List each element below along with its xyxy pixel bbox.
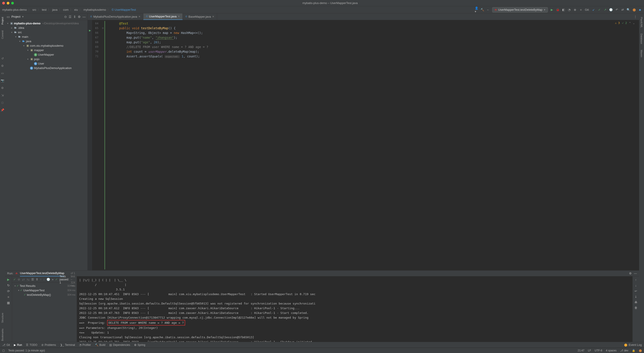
translate-icon[interactable]: ⇄ xyxy=(621,8,624,12)
code-line[interactable]: 65⊟ public void testDeleteByMap() { xyxy=(92,26,639,30)
zoom-window-button[interactable] xyxy=(11,2,14,4)
plantuml-tab[interactable]: PlantUML xyxy=(640,16,643,28)
bottom-tab-git[interactable]: ⎇Git xyxy=(2,344,10,347)
breadcrumb-item[interactable]: src xyxy=(32,8,36,11)
git-history-icon[interactable]: 🕓 xyxy=(609,8,613,12)
code-line[interactable]: 64 @Test xyxy=(92,21,639,26)
test-row[interactable]: ✓testDeleteByMap()324 ms xyxy=(12,293,77,297)
code-line[interactable]: 70 int count = userMapper.deleteByMap(ma… xyxy=(92,49,639,54)
left-icon-0[interactable]: ↺ xyxy=(1,57,4,60)
toggle-auto-test-icon[interactable]: ⟳ xyxy=(7,289,10,293)
stop-icon[interactable]: ■ xyxy=(579,8,583,12)
profile-icon[interactable]: ◔ xyxy=(568,8,571,12)
copilot-icon[interactable]: ⬤ xyxy=(639,349,642,352)
expand-icon[interactable]: ☰ xyxy=(31,278,34,281)
project-settings-icon[interactable]: ⚙ xyxy=(78,15,81,18)
show-ignored-icon[interactable]: ⊘ xyxy=(18,278,20,281)
debug-icon[interactable]: 🐞 xyxy=(556,8,560,12)
breadcrumb-item[interactable]: mybatisplusdemo xyxy=(84,8,106,11)
git-push-icon[interactable]: ↗ xyxy=(603,8,607,12)
breadcrumb-item[interactable]: test xyxy=(42,8,46,11)
left-icon-5[interactable]: ⇲ xyxy=(1,94,4,97)
run-icon[interactable]: ▶ xyxy=(550,8,554,12)
tree-row[interactable]: ▾▣com.xiu.mybatisplusdemo xyxy=(5,43,88,48)
git-rollback-icon[interactable]: ↶ xyxy=(615,8,618,12)
inspection-next-icon[interactable]: ⌄ xyxy=(633,21,634,24)
tree-root[interactable]: ▾▣mybatis-plus-demo~/Desktop/development… xyxy=(5,21,88,25)
soft-wrap-icon[interactable]: ↩ xyxy=(634,289,637,293)
next-test-icon[interactable]: ↓ xyxy=(44,278,45,281)
git-branch[interactable]: ⎇ dev xyxy=(620,349,628,352)
breadcrumb-item[interactable]: java xyxy=(52,8,58,11)
tree-row[interactable]: CMybatisPlusDemoApplication xyxy=(5,66,88,70)
project-tree[interactable]: ▾▣mybatis-plus-demo~/Desktop/development… xyxy=(5,20,88,270)
sort-duration-icon[interactable]: ↑↓ xyxy=(26,278,30,281)
test-more-icon[interactable]: » xyxy=(52,278,54,281)
left-icon-7[interactable]: 📌 xyxy=(1,108,4,112)
run-hide-icon[interactable]: — xyxy=(634,272,637,275)
prev-test-icon[interactable]: ↑ xyxy=(40,278,42,281)
breadcrumb-target[interactable]: © UserMapperTest xyxy=(112,8,136,11)
git-commit-icon[interactable]: ✓ xyxy=(598,8,601,12)
left-icon-6[interactable]: □ xyxy=(2,101,3,104)
left-icon-4[interactable]: ⚙ xyxy=(1,86,4,90)
build-icon[interactable] xyxy=(480,8,484,12)
editor-tab[interactable]: ©BaseMapper.java✕ xyxy=(183,13,217,20)
attach-icon[interactable]: ⊕ xyxy=(573,8,577,12)
bottom-tab-terminal[interactable]: ❯_Terminal xyxy=(60,344,75,347)
event-log-button[interactable]: ⬤ Event Log xyxy=(624,343,642,347)
run-stop-icon[interactable]: ■ xyxy=(8,295,9,299)
left-icon-3[interactable]: 📷 xyxy=(1,79,4,82)
commit-tab[interactable]: Commit xyxy=(1,29,4,40)
tree-row[interactable]: ▾🖿main xyxy=(5,34,88,39)
editor-content[interactable]: ⚠ 3 ✓ 2 ⌃ ⌄ 64 @Test65⊟ public void test… xyxy=(92,20,639,270)
toolwindow-quick-access-icon[interactable]: ▢ xyxy=(2,349,5,352)
scroll-to-end-icon[interactable]: ⤓ xyxy=(634,295,637,298)
tree-row[interactable]: ▾▣mapper xyxy=(5,48,88,52)
tree-row[interactable]: IUserMapper xyxy=(5,52,88,57)
close-tab-icon[interactable]: ✕ xyxy=(138,15,140,18)
bottom-tab-todo[interactable]: ☰TODO xyxy=(26,344,37,347)
bottom-tab-run[interactable]: ▶Run xyxy=(14,344,22,347)
run-settings-icon[interactable]: ⚙ xyxy=(629,272,632,275)
close-tab-icon[interactable]: ✕ xyxy=(178,15,180,18)
bottom-tab-profiler[interactable]: ◔Profiler xyxy=(79,344,91,347)
hide-icon[interactable]: — xyxy=(82,15,86,18)
collapse-all-icon[interactable]: ⇕ xyxy=(73,15,76,18)
git-update-icon[interactable]: ↙ xyxy=(592,8,595,12)
back-icon[interactable]: ← xyxy=(486,8,490,12)
layout-icon[interactable]: ▦ xyxy=(7,301,10,305)
tree-row[interactable]: ▾▣pojo xyxy=(5,57,88,61)
run-gutter-icon[interactable]: ▶ xyxy=(88,29,92,33)
test-history-icon[interactable]: 🕓 xyxy=(46,278,50,281)
rerun-icon[interactable]: ▶ xyxy=(7,278,10,281)
test-row[interactable]: ▾✓UserMapperTest324 ms xyxy=(12,288,77,293)
rerun-failed-icon[interactable]: ↻ xyxy=(7,284,10,287)
test-row[interactable]: ▾✓Test Results324 ms xyxy=(12,284,77,288)
show-passed-icon[interactable]: ✓ xyxy=(14,278,16,281)
search-icon[interactable]: 🔍 xyxy=(626,8,630,12)
tree-row[interactable]: CUser xyxy=(5,61,88,66)
code-line[interactable]: 66 Map<String, Object> map = new HashMap… xyxy=(92,30,639,35)
left-icon-2[interactable]: ▭ xyxy=(1,71,4,75)
add-config-icon[interactable]: 👤▾ xyxy=(475,8,478,12)
editor-tabs-menu-icon[interactable]: ⋮ xyxy=(632,13,639,20)
coverage-icon[interactable]: ◧ xyxy=(562,8,565,12)
close-tab-icon[interactable]: ✕ xyxy=(212,15,214,18)
bottom-tab-build[interactable]: 🔨Build xyxy=(95,344,106,347)
code-line[interactable]: 67 map.put("name", "zhangsan"); xyxy=(92,35,639,40)
file-encoding[interactable]: UTF-8 xyxy=(594,349,602,352)
inspections-widget[interactable]: ⚠ 3 ✓ 2 ⌃ ⌄ xyxy=(615,21,634,24)
tree-row[interactable]: ▾🖿java xyxy=(5,39,88,43)
bottom-tab-spring[interactable]: ✿Spring xyxy=(134,344,145,347)
run-tab-name[interactable]: UserMapperTest.testDeleteByMap xyxy=(20,271,64,276)
database-tab[interactable]: Database xyxy=(640,33,643,45)
structure-tab[interactable]: Structure xyxy=(1,312,4,324)
console-output[interactable]: | |\/| |_) | ( | | | \__ \ / | 3.5.1 202… xyxy=(77,276,632,342)
breadcrumb-item[interactable]: mybatis-plus-demo xyxy=(2,8,27,11)
clear-icon[interactable]: 🗑 xyxy=(634,306,637,310)
print-icon[interactable]: 🖶 xyxy=(634,301,637,304)
editor-tab[interactable]: ©MybatisPlusDemoApplication.java✕ xyxy=(88,13,143,20)
expand-all-icon[interactable]: ☰ xyxy=(69,15,72,18)
project-tab[interactable]: Project xyxy=(1,16,4,25)
